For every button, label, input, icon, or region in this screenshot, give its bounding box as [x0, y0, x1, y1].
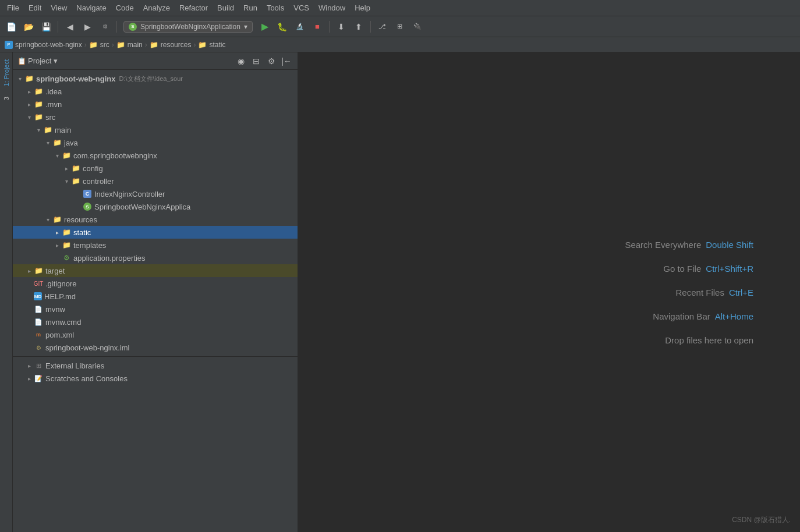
- watermark: CSDN @阪石猎人.: [732, 515, 791, 525]
- menu-edit[interactable]: Edit: [24, 2, 46, 13]
- app-props-icon: ⚙: [62, 253, 71, 263]
- menu-code[interactable]: Code: [111, 2, 139, 13]
- panel-settings-button[interactable]: ⚙: [265, 55, 278, 68]
- panel-title-button[interactable]: 📋 Project ▾: [17, 56, 58, 65]
- tree-java[interactable]: 📁 java: [13, 136, 298, 149]
- breadcrumb-static-icon: 📁: [198, 41, 207, 49]
- tree-index-ctrl[interactable]: C IndexNginxController: [13, 187, 298, 200]
- breadcrumb-src[interactable]: src: [100, 41, 109, 49]
- index-ctrl-label: IndexNginxController: [94, 190, 165, 198]
- side-tab-project[interactable]: 1: Project: [1, 55, 12, 91]
- idea-label: .idea: [45, 87, 62, 96]
- spring-app-label: SpringbootWebNginxApplica: [94, 203, 190, 211]
- pomxml-icon: m: [34, 330, 43, 339]
- debug-button[interactable]: 🐛: [275, 19, 290, 34]
- tree-controller[interactable]: 📁 controller: [13, 175, 298, 187]
- tree-scratches[interactable]: 📝 Scratches and Consoles: [13, 372, 298, 385]
- menu-navigate[interactable]: Navigate: [72, 2, 111, 13]
- menu-build[interactable]: Build: [213, 2, 239, 13]
- gitignore-icon: GIT: [34, 279, 43, 288]
- save-all-button[interactable]: 💾: [38, 19, 54, 34]
- ext-lib-label: External Libraries: [45, 361, 104, 370]
- run-config-dropdown-icon: ▾: [244, 23, 247, 31]
- menu-refactor[interactable]: Refactor: [175, 2, 213, 13]
- menu-tools[interactable]: Tools: [262, 2, 289, 13]
- menu-view[interactable]: View: [46, 2, 72, 13]
- menu-file[interactable]: File: [2, 2, 24, 13]
- index-ctrl-icon: C: [83, 189, 92, 198]
- tree-templates[interactable]: 📁 templates: [13, 239, 298, 251]
- tree-static[interactable]: 📁 static: [13, 226, 298, 239]
- mvnw-label: mvnw: [45, 305, 65, 314]
- tree-resources[interactable]: 📁 resources: [13, 213, 298, 226]
- breadcrumb-sep-1: ›: [84, 41, 87, 49]
- tree-ext-lib[interactable]: ⊞ External Libraries: [13, 359, 298, 372]
- project-breadcrumb-icon: P: [5, 41, 13, 49]
- breadcrumb-static[interactable]: static: [209, 41, 225, 49]
- back-button[interactable]: ◀: [62, 19, 77, 34]
- mvn-arrow: [24, 100, 34, 109]
- stop-button[interactable]: ■: [310, 19, 325, 34]
- panel-project-icon: 📋: [17, 57, 26, 65]
- mvnwcmd-icon: 📄: [34, 317, 43, 327]
- target-arrow: [24, 266, 34, 275]
- tree-app-props[interactable]: ⚙ application.properties: [13, 251, 298, 264]
- tree-main[interactable]: 📁 main: [13, 123, 298, 136]
- tree-mvn[interactable]: 📁 .mvn: [13, 98, 298, 111]
- breadcrumb-main-icon: 📁: [116, 41, 125, 49]
- open-button[interactable]: 📂: [21, 19, 36, 34]
- toolbar: 📄 📂 💾 ◀ ▶ ⚙ S SpringbootWebNginxApplicat…: [0, 16, 800, 37]
- tree-spring-app[interactable]: S SpringbootWebNginxApplica: [13, 200, 298, 213]
- tree-iml[interactable]: ⚙ springboot-web-nginx.iml: [13, 341, 298, 354]
- breadcrumb-sep-3: ›: [145, 41, 147, 49]
- breadcrumb-project[interactable]: springboot-web-nginx: [15, 41, 82, 49]
- plugins-button[interactable]: 🔌: [410, 19, 425, 34]
- structure-button[interactable]: ⊞: [392, 19, 408, 34]
- branch-button[interactable]: ⎇: [375, 19, 390, 34]
- side-tab-3[interactable]: 3: [1, 92, 12, 105]
- tree-root[interactable]: 📁 springboot-web-nginx D:\文档文件\idea_sour: [13, 72, 298, 85]
- tree-src[interactable]: 📁 src: [13, 111, 298, 123]
- run-configuration-selector[interactable]: S SpringbootWebNginxApplication ▾: [123, 21, 253, 33]
- collapse-all-button[interactable]: ⊟: [250, 55, 263, 68]
- new-file-button[interactable]: 📄: [3, 19, 19, 34]
- panel-pin-button[interactable]: |←: [280, 55, 293, 68]
- run-button[interactable]: ▶: [257, 19, 272, 34]
- git-commit-button[interactable]: ⬆: [351, 19, 366, 34]
- git-update-button[interactable]: ⬇: [334, 19, 349, 34]
- tree-target[interactable]: 📁 target: [13, 264, 298, 277]
- mvn-folder-icon: 📁: [34, 100, 43, 109]
- tree-mvnw[interactable]: 📄 mvnw: [13, 303, 298, 315]
- java-label: java: [64, 139, 78, 147]
- tree-mvnwcmd[interactable]: 📄 mvnw.cmd: [13, 315, 298, 328]
- breadcrumb-main[interactable]: main: [128, 41, 143, 49]
- tree-pomxml[interactable]: m pom.xml: [13, 328, 298, 341]
- menu-help[interactable]: Help: [350, 2, 375, 13]
- tree-config[interactable]: 📁 config: [13, 162, 298, 175]
- src-folder-icon: 📁: [34, 112, 43, 122]
- breadcrumb-resources[interactable]: resources: [161, 41, 192, 49]
- forward-button[interactable]: ▶: [80, 19, 95, 34]
- run-coverage-button[interactable]: 🔬: [292, 19, 307, 34]
- menu-run[interactable]: Run: [239, 2, 262, 13]
- ext-lib-arrow: [24, 361, 34, 370]
- tree-gitignore[interactable]: GIT .gitignore: [13, 277, 298, 290]
- tree-com[interactable]: 📁 com.springbootwebnginx: [13, 149, 298, 162]
- iml-icon: ⚙: [34, 343, 43, 352]
- iml-label: springboot-web-nginx.iml: [45, 343, 130, 352]
- templates-arrow: [52, 240, 62, 250]
- config-label: config: [83, 164, 103, 173]
- scope-button[interactable]: ◉: [235, 55, 247, 68]
- tree-helpmd[interactable]: MD HELP.md: [13, 290, 298, 303]
- static-label: static: [73, 228, 91, 237]
- tree-idea[interactable]: 📁 .idea: [13, 85, 298, 98]
- menu-analyze[interactable]: Analyze: [139, 2, 175, 13]
- breadcrumb-sep-2: ›: [112, 41, 114, 49]
- main-content: 1: Project 3 📋 Project ▾ ◉ ⊟ ⚙ |← 📁 spri…: [0, 52, 800, 532]
- editor-area: Search Everywhere Double Shift Go to Fil…: [298, 52, 800, 532]
- menu-window[interactable]: Window: [314, 2, 350, 13]
- menu-vcs[interactable]: VCS: [289, 2, 314, 13]
- templates-label: templates: [73, 241, 106, 250]
- project-panel: 📋 Project ▾ ◉ ⊟ ⚙ |← 📁 springboot-web-ng…: [13, 52, 298, 532]
- side-tabs: 1: Project 3: [0, 52, 13, 532]
